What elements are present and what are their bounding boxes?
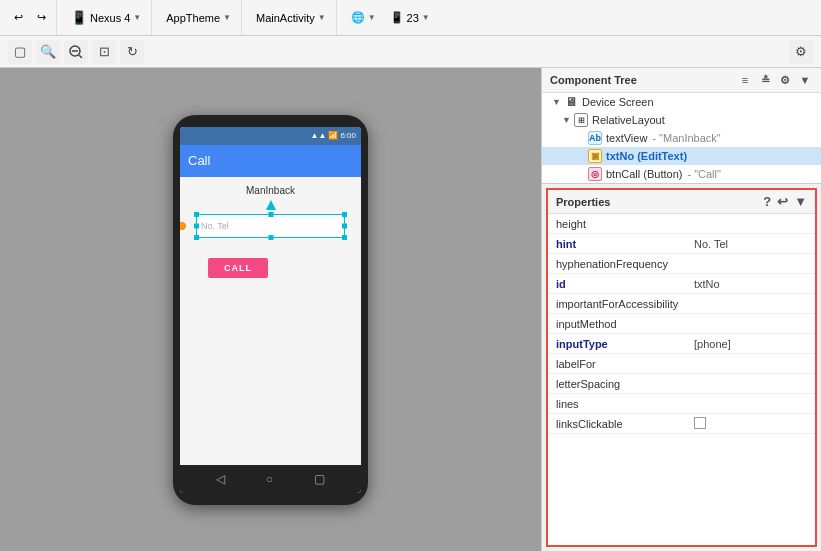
prop-name-inputmethod: inputMethod bbox=[548, 316, 688, 332]
tree-header-icons: ≡ ≛ ⚙ ▼ bbox=[737, 72, 813, 88]
activity-label: MainActivity bbox=[256, 12, 315, 24]
undo-redo-group: ↩ ↪ bbox=[4, 0, 57, 35]
tree-icon-3[interactable]: ⚙ bbox=[777, 72, 793, 88]
prop-value-hint[interactable]: No. Tel bbox=[688, 236, 815, 252]
phone-status-bar: ▲▲ 📶 6:00 bbox=[180, 127, 361, 145]
recent-nav-icon: ▢ bbox=[314, 472, 325, 486]
fit-screen-button[interactable]: ⊡ bbox=[92, 40, 116, 64]
prop-value-id[interactable]: txtNo bbox=[688, 276, 815, 292]
tree-item-device[interactable]: ▼ 🖥 Device Screen bbox=[542, 93, 821, 111]
status-icons: ▲▲ 📶 6:00 bbox=[311, 131, 356, 140]
prop-name-hint: hint bbox=[548, 236, 688, 252]
phone-action-title: Call bbox=[188, 153, 210, 168]
tree-icon-tv: Ab bbox=[588, 131, 602, 145]
theme-selector[interactable]: AppTheme ▼ bbox=[160, 9, 237, 27]
prop-row-linksclickable: linksClickable bbox=[548, 414, 815, 434]
home-nav-icon: ○ bbox=[266, 472, 273, 486]
zoom-out-button[interactable] bbox=[64, 40, 88, 64]
prop-row-inputtype: inputType [phone] bbox=[548, 334, 815, 354]
zoom-out-icon bbox=[69, 45, 83, 59]
tree-sublabel-btn: - "Call" bbox=[687, 168, 720, 180]
activity-group: MainActivity ▼ bbox=[246, 0, 337, 35]
prop-value-hyphenation[interactable] bbox=[688, 262, 815, 266]
undo-button[interactable]: ↩ bbox=[8, 8, 29, 27]
prop-header-icons: ? ↩ ▼ bbox=[763, 194, 807, 209]
phone-content-label: ManInback bbox=[188, 185, 353, 196]
theme-label: AppTheme bbox=[166, 12, 220, 24]
phone-mockup: ▲▲ 📶 6:00 Call ManInback bbox=[173, 115, 368, 505]
settings-button[interactable]: ⚙ bbox=[789, 40, 813, 64]
theme-dropdown-arrow: ▼ bbox=[223, 13, 231, 22]
prop-value-accessibility[interactable] bbox=[688, 302, 815, 306]
prop-value-inputtype[interactable]: [phone] bbox=[688, 336, 815, 352]
prop-row-letterspacing: letterSpacing bbox=[548, 374, 815, 394]
refresh-button[interactable]: ↻ bbox=[120, 40, 144, 64]
prop-row-inputmethod: inputMethod bbox=[548, 314, 815, 334]
prop-name-hyphenation: hyphenationFrequency bbox=[548, 256, 688, 272]
api-level-arrow: ▼ bbox=[422, 13, 430, 22]
tree-icon-en: ▣ bbox=[588, 149, 602, 163]
api-level-label: 23 bbox=[407, 12, 419, 24]
component-tree-header: Component Tree ≡ ≛ ⚙ ▼ bbox=[542, 68, 821, 93]
time-label: 6:00 bbox=[340, 131, 356, 140]
prop-value-labelfor[interactable] bbox=[688, 362, 815, 366]
top-toolbar: ↩ ↪ 📱 Nexus 4 ▼ AppTheme ▼ MainActivity … bbox=[0, 0, 821, 36]
phone-call-label: CALL bbox=[208, 258, 268, 278]
prop-value-lines[interactable] bbox=[688, 402, 815, 406]
tree-icon-rl: ⊞ bbox=[574, 113, 588, 127]
prop-value-linksclickable bbox=[688, 415, 815, 433]
phone-content: ManInback No. Tel bbox=[180, 177, 361, 465]
arrow-up-shape bbox=[266, 200, 276, 210]
select-tool-button[interactable]: ▢ bbox=[8, 40, 32, 64]
phone-screen: ▲▲ 📶 6:00 Call ManInback bbox=[180, 127, 361, 493]
prop-table: height hint No. Tel hyphenationFrequency… bbox=[548, 214, 815, 545]
prop-value-letterspacing[interactable] bbox=[688, 382, 815, 386]
phone-icon: 📱 bbox=[71, 10, 87, 26]
prop-name-labelfor: labelFor bbox=[548, 356, 688, 372]
device-selector[interactable]: 📱 Nexus 4 ▼ bbox=[65, 7, 147, 29]
api-selector[interactable]: 🌐 ▼ bbox=[345, 8, 382, 27]
tree-arrow-device: ▼ bbox=[552, 97, 562, 107]
tree-icon-btn: ◎ bbox=[588, 167, 602, 181]
tree-icon-device: 🖥 bbox=[564, 95, 578, 109]
tree-item-relativelayout[interactable]: ▼ ⊞ RelativeLayout bbox=[542, 111, 821, 129]
tree-icon-2[interactable]: ≛ bbox=[757, 72, 773, 88]
tree-item-txtno[interactable]: ▣ txtNo (EditText) bbox=[542, 147, 821, 165]
phone-edit-text: No. Tel bbox=[196, 214, 345, 238]
prop-value-height[interactable] bbox=[688, 222, 815, 226]
tree-label-en: txtNo (EditText) bbox=[606, 150, 687, 162]
prop-row-hint: hint No. Tel bbox=[548, 234, 815, 254]
prop-filter-icon[interactable]: ▼ bbox=[794, 194, 807, 209]
prop-name-accessibility: importantForAccessibility bbox=[548, 296, 688, 312]
tree-icon-4[interactable]: ▼ bbox=[797, 72, 813, 88]
tree-arrow-rl: ▼ bbox=[562, 115, 572, 125]
redo-button[interactable]: ↪ bbox=[31, 8, 52, 27]
handle-mr bbox=[342, 223, 347, 228]
prop-row-labelfor: labelFor bbox=[548, 354, 815, 374]
left-anchor-handle bbox=[180, 222, 186, 230]
prop-undo-icon[interactable]: ↩ bbox=[777, 194, 788, 209]
zoom-in-button[interactable]: 🔍 bbox=[36, 40, 60, 64]
tree-icon-1[interactable]: ≡ bbox=[737, 72, 753, 88]
linksclickable-checkbox[interactable] bbox=[694, 417, 706, 429]
tree-sublabel-tv: - "ManInback" bbox=[652, 132, 720, 144]
tree-item-btncall[interactable]: ◎ btnCall (Button) - "Call" bbox=[542, 165, 821, 183]
prop-value-inputmethod[interactable] bbox=[688, 322, 815, 326]
prop-help-icon[interactable]: ? bbox=[763, 194, 771, 209]
device-group: 📱 Nexus 4 ▼ bbox=[61, 0, 152, 35]
tree-label-btn: btnCall (Button) bbox=[606, 168, 682, 180]
properties-header: Properties ? ↩ ▼ bbox=[548, 190, 815, 214]
phone-type-selector[interactable]: 📱 23 ▼ bbox=[384, 8, 436, 27]
edit-text-container: No. Tel bbox=[188, 214, 353, 238]
handle-ml bbox=[194, 223, 199, 228]
tree-item-textview[interactable]: Ab textView - "ManInback" bbox=[542, 129, 821, 147]
handle-tr bbox=[342, 212, 347, 217]
phone-call-button[interactable]: CALL bbox=[188, 238, 353, 278]
prop-name-lines: lines bbox=[548, 396, 688, 412]
component-tree-title: Component Tree bbox=[550, 74, 637, 86]
device-label: Nexus 4 bbox=[90, 12, 130, 24]
phone-arrow-indicator bbox=[188, 200, 353, 210]
activity-selector[interactable]: MainActivity ▼ bbox=[250, 9, 332, 27]
api-globe-icon: 🌐 bbox=[351, 11, 365, 24]
properties-title: Properties bbox=[556, 196, 610, 208]
